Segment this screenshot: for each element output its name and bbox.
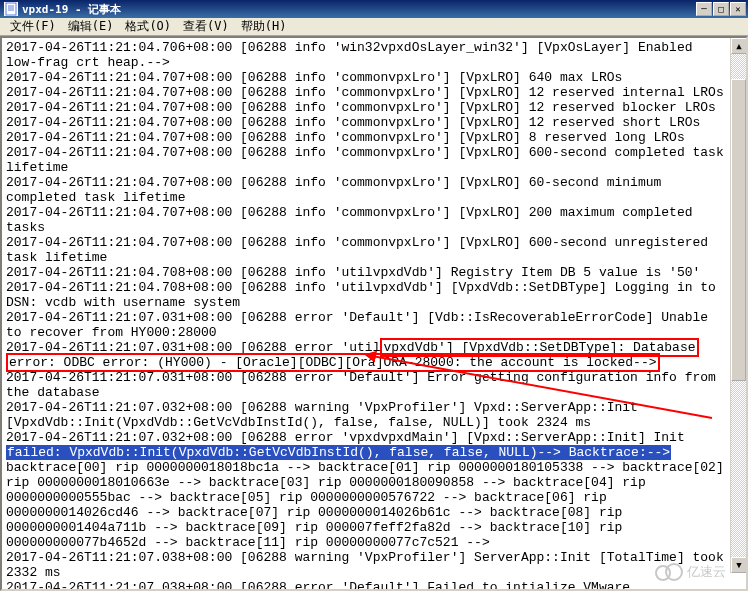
scroll-thumb[interactable] <box>731 79 746 381</box>
window-titlebar: vpxd-19 - 记事本 ─ □ ✕ <box>0 0 748 18</box>
log-line: 2017-04-26T11:21:04.707+08:00 [06288 inf… <box>6 130 726 145</box>
log-line: 2017-04-26T11:21:07.038+08:00 [06288 war… <box>6 550 726 580</box>
menu-help[interactable]: 帮助(H) <box>235 17 293 36</box>
log-text: error: ODBC error: (HY000) - [Oracle][OD… <box>9 355 383 370</box>
window-title: vpxd-19 - 记事本 <box>22 2 121 17</box>
log-line: 2017-04-26T11:21:04.707+08:00 [06288 inf… <box>6 235 726 265</box>
menu-format[interactable]: 格式(O) <box>119 17 177 36</box>
text-area[interactable]: 2017-04-26T11:21:04.706+08:00 [06288 inf… <box>2 38 730 589</box>
vertical-scrollbar[interactable]: ▲ ▼ <box>730 38 746 573</box>
log-line: error: ODBC error: (HY000) - [Oracle][OD… <box>6 355 726 370</box>
log-line: 2017-04-26T11:21:07.031+08:00 [06288 err… <box>6 370 726 400</box>
menu-view[interactable]: 查看(V) <box>177 17 235 36</box>
log-line: 2017-04-26T11:21:04.708+08:00 [06288 inf… <box>6 280 726 310</box>
log-line: 2017-04-26T11:21:04.708+08:00 [06288 inf… <box>6 265 726 280</box>
log-line: backtrace[00] rip 0000000018018bc1a --> … <box>6 460 726 550</box>
log-line: 2017-04-26T11:21:04.707+08:00 [06288 inf… <box>6 70 726 85</box>
log-text: ORA-28000: the account is locked--> <box>383 355 656 370</box>
svg-rect-0 <box>6 3 16 15</box>
log-line: 2017-04-26T11:21:04.707+08:00 [06288 inf… <box>6 205 726 235</box>
selected-text: failed: VpxdVdb::Init(VpxdVdb::GetVcVdbI… <box>6 445 671 460</box>
window-controls: ─ □ ✕ <box>696 2 746 16</box>
log-line: 2017-04-26T11:21:07.032+08:00 [06288 war… <box>6 400 726 430</box>
notepad-icon <box>4 2 18 16</box>
titlebar-left: vpxd-19 - 记事本 <box>2 2 121 17</box>
menu-edit[interactable]: 编辑(E) <box>62 17 120 36</box>
editor-container: 2017-04-26T11:21:04.706+08:00 [06288 inf… <box>0 36 748 591</box>
log-line: 2017-04-26T11:21:04.707+08:00 [06288 inf… <box>6 175 726 205</box>
log-line: 2017-04-26T11:21:07.032+08:00 [06288 err… <box>6 430 726 445</box>
menu-bar: 文件(F) 编辑(E) 格式(O) 查看(V) 帮助(H) <box>0 18 748 36</box>
log-line: 2017-04-26T11:21:04.707+08:00 [06288 inf… <box>6 100 726 115</box>
scroll-down-button[interactable]: ▼ <box>731 557 747 573</box>
log-line: 2017-04-26T11:21:04.706+08:00 [06288 inf… <box>6 40 726 70</box>
log-line: 2017-04-26T11:21:04.707+08:00 [06288 inf… <box>6 85 726 100</box>
menu-file[interactable]: 文件(F) <box>4 17 62 36</box>
log-line: 2017-04-26T11:21:07.031+08:00 [06288 err… <box>6 310 726 340</box>
log-line: failed: VpxdVdb::Init(VpxdVdb::GetVcVdbI… <box>6 445 726 460</box>
log-line: 2017-04-26T11:21:04.707+08:00 [06288 inf… <box>6 145 726 175</box>
close-button[interactable]: ✕ <box>730 2 746 16</box>
maximize-button[interactable]: □ <box>713 2 729 16</box>
scroll-track[interactable] <box>731 54 746 557</box>
minimize-button[interactable]: ─ <box>696 2 712 16</box>
log-line: 2017-04-26T11:21:04.707+08:00 [06288 inf… <box>6 115 726 130</box>
scroll-up-button[interactable]: ▲ <box>731 38 747 54</box>
log-line: 2017-04-26T11:21:07.038+08:00 [06288 err… <box>6 580 726 589</box>
